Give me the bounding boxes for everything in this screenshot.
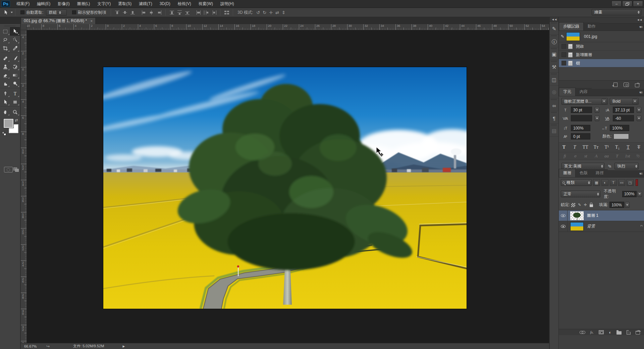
menu-edit[interactable]: 編輯(E) [33,0,54,8]
distribute-right-edges-icon[interactable] [211,10,217,15]
history-source-well[interactable] [561,44,566,49]
filter-pixel-layers-icon[interactable]: ▦ [593,179,600,186]
fill-dropdown[interactable] [625,202,630,208]
subscript-button[interactable]: T₁ [613,143,622,151]
tool-direct-selection[interactable] [0,98,10,106]
align-bottom-edges-icon[interactable] [130,10,136,15]
zoom-level-field[interactable]: 66.67% [24,344,44,348]
distribute-vertical-centers-icon[interactable] [177,10,182,15]
font-family-dropdown[interactable]: 微軟正黑體 B... [561,98,608,105]
discretionary-ligatures-button[interactable]: st [582,153,590,159]
history-state-tree[interactable]: 樹 [559,59,644,67]
new-snapshot-button[interactable] [624,83,629,87]
menu-select[interactable]: 選取(S) [114,0,135,8]
panel-button-creative-cloud[interactable]: ∞ [550,98,558,111]
delete-state-button[interactable] [635,84,639,87]
small-caps-button[interactable]: Tᴛ [592,143,601,151]
titling-alternates-button[interactable]: T [613,153,621,159]
menu-file[interactable]: 檔案(F) [13,0,33,8]
tool-eyedropper[interactable] [10,44,20,52]
tool-move[interactable] [10,27,20,36]
align-left-edges-icon[interactable] [141,10,147,15]
align-horizontal-centers-icon[interactable] [149,10,154,15]
menu-view[interactable]: 檢視(V) [174,0,195,8]
panel-button-network[interactable]: ◎ [550,86,558,98]
panel-button-3d[interactable]: ◫ [550,73,558,86]
foreground-color-swatch[interactable] [4,119,13,128]
new-group-button[interactable] [616,331,622,335]
tool-type[interactable]: T [10,89,20,98]
ruler-origin-corner[interactable] [21,24,27,30]
lock-position-icon[interactable]: ✛ [584,203,587,207]
distribute-horizontal-centers-icon[interactable] [204,10,209,15]
status-flyout-arrow[interactable]: ▶ [122,345,125,348]
horizontal-ruler[interactable]: 1086420246810121416182022242628303234363… [27,24,549,30]
tool-gradient[interactable] [10,71,20,79]
auto-select-checkbox[interactable] [20,10,24,14]
toolbar-grip[interactable] [5,26,15,27]
3d-drag-icon[interactable]: ✛ [269,10,273,15]
vertical-scale-field[interactable]: 100% [571,125,590,131]
tool-pen[interactable] [0,89,10,98]
tracking-dropdown[interactable] [637,115,641,121]
tool-magic-wand[interactable] [10,36,20,44]
tab-channels[interactable]: 色版 [576,169,592,177]
new-document-from-state-button[interactable] [613,83,618,87]
ordinals-button[interactable]: 1st [624,153,632,159]
history-snapshot-row[interactable]: ✎ 001.jpg [559,31,644,42]
document-tab[interactable]: 001.jpg @ 66.7% (圖層 1, RGB/8) * × [21,17,96,24]
opacity-field[interactable]: 100% [622,191,637,197]
3d-scale-icon[interactable]: ⇕ [282,10,285,15]
blend-mode-dropdown[interactable]: 正常 [561,191,600,197]
vertical-ruler[interactable]: 420246810121416182022242628303234 [21,30,27,343]
all-caps-button[interactable]: TT [581,143,590,151]
3d-slide-icon[interactable]: ⇄ [275,10,279,15]
font-size-field[interactable]: 30 pt [571,107,592,113]
swash-button[interactable]: A [592,153,600,159]
history-brush-source-icon[interactable]: ✎ [559,34,566,39]
tab-paths[interactable]: 路徑 [592,169,608,177]
layer-row-background[interactable]: 背景 [559,221,644,232]
layer-filter-toggle[interactable] [636,179,638,186]
tool-eraser[interactable] [0,71,10,79]
swap-colors-icon[interactable]: ⇄ [15,118,18,122]
antialias-dropdown[interactable]: 強烈 [614,163,639,169]
new-adjustment-layer-button[interactable]: ◐ [609,330,611,335]
new-layer-button[interactable] [627,330,631,335]
tool-shape[interactable] [10,98,20,106]
layer-name[interactable]: 圖層 1 [587,213,598,218]
menu-window[interactable]: 視窗(W) [195,0,217,8]
tool-lasso[interactable] [0,36,10,44]
screen-mode-button[interactable] [13,167,19,172]
delete-layer-button[interactable] [636,331,640,335]
ligatures-button[interactable]: fi [561,153,569,159]
history-state-open[interactable]: 開啟 [559,42,644,51]
tool-dodge[interactable] [10,79,20,88]
dock-collapse-button[interactable]: ◄◄ [637,18,642,21]
tab-actions[interactable]: 動作 [584,22,600,31]
align-right-edges-icon[interactable] [157,10,162,15]
3d-rotate-icon[interactable]: ↺ [256,10,260,15]
show-transform-checkbox[interactable] [72,10,76,14]
leading-field[interactable]: 37.13 pt [613,107,634,113]
baseline-shift-field[interactable]: 0 pt [571,133,590,140]
superscript-button[interactable]: T¹ [602,143,611,151]
history-state-new-layer[interactable]: 新增圖層 [559,51,644,59]
workspace-switcher[interactable]: 繪畫 [592,9,641,15]
close-button[interactable]: × [633,1,643,7]
panel-menu-icon[interactable]: ▾≡ [639,171,642,176]
panel-button-notes[interactable]: ▤ [550,124,558,137]
tool-rectangular-marquee[interactable] [0,27,10,36]
panel-button-info[interactable]: i [550,35,558,47]
minimize-button[interactable]: – [611,1,622,7]
font-size-dropdown[interactable] [595,107,599,113]
panel-menu-icon[interactable]: ▾≡ [639,90,642,95]
contextual-alternates-button[interactable]: σ [571,153,579,159]
default-colors-icon[interactable] [2,132,6,136]
horizontal-scale-field[interactable]: 100% [610,125,629,131]
layer-visibility-toggle[interactable] [559,210,568,221]
menu-filter[interactable]: 濾鏡(T) [135,0,156,8]
layer-visibility-toggle[interactable] [559,221,568,232]
strikethrough-button[interactable]: T [634,143,643,151]
menu-layer[interactable]: 圖層(L) [73,0,94,8]
